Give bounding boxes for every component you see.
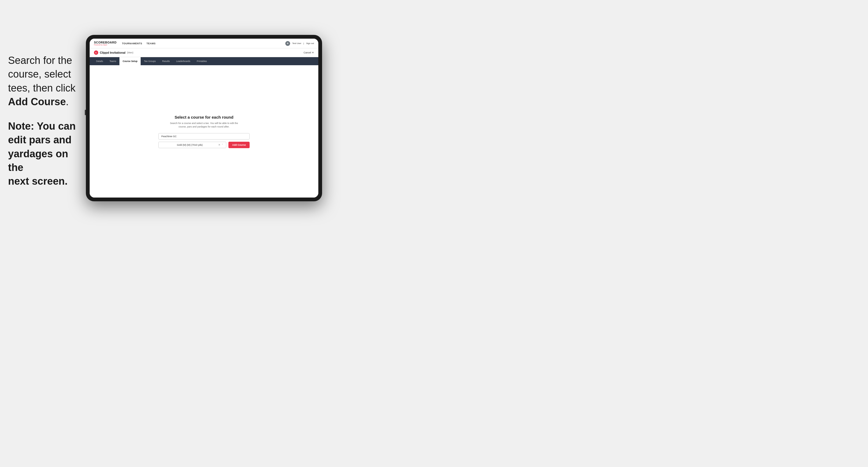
course-select-desc: Search for a course and select a tee. Yo…	[158, 122, 250, 129]
tab-tee-groups[interactable]: Tee Groups	[141, 57, 159, 65]
annotation-area: Search for the course, select tees, then…	[8, 54, 83, 188]
tee-select-controls: ✕ ⌃	[218, 144, 223, 146]
nav-separator: |	[304, 42, 304, 44]
cancel-button[interactable]: Cancel ✕	[304, 51, 314, 54]
user-avatar: B	[285, 41, 290, 46]
tab-teams[interactable]: Teams	[106, 57, 119, 65]
tee-select-wrapper[interactable]: Gold (M) (M) (7010 yds) ✕ ⌃	[158, 142, 226, 148]
add-course-button[interactable]: Add Course	[228, 142, 250, 148]
tablet-screen: SCOREBOARD Powered by clippd TOURNAMENTS…	[90, 39, 318, 197]
course-search-input[interactable]	[158, 133, 250, 139]
tab-course-setup[interactable]: Course Setup	[119, 57, 141, 65]
nav-tournaments[interactable]: TOURNAMENTS	[122, 42, 142, 45]
user-label: Test User	[292, 42, 302, 44]
annotation-text: Search for the course, select tees, then…	[8, 54, 83, 109]
tournament-header: C Clippd Invitational (Men) Cancel ✕	[90, 48, 318, 57]
tab-nav: Details Teams Course Setup Tee Groups Re…	[90, 57, 318, 65]
annotation-note: Note: You can edit pars and yardages on …	[8, 119, 83, 188]
tab-leaderboards[interactable]: Leaderboards	[173, 57, 193, 65]
tee-select-value: Gold (M) (M) (7010 yds)	[161, 144, 218, 146]
main-content: Select a course for each round Search fo…	[90, 65, 318, 197]
tab-results[interactable]: Results	[159, 57, 173, 65]
tab-details[interactable]: Details	[93, 57, 106, 65]
nav-left: SCOREBOARD Powered by clippd TOURNAMENTS…	[94, 41, 156, 45]
nav-right: B Test User | Sign out	[285, 41, 314, 46]
tournament-name: Clippd Invitational	[100, 51, 125, 54]
nav-teams[interactable]: TEAMS	[147, 42, 156, 45]
tee-select-row: Gold (M) (M) (7010 yds) ✕ ⌃ Add Course	[158, 142, 250, 148]
logo: SCOREBOARD Powered by clippd	[94, 41, 117, 45]
top-nav: SCOREBOARD Powered by clippd TOURNAMENTS…	[90, 39, 318, 48]
tournament-gender: (Men)	[127, 51, 133, 54]
tab-printables[interactable]: Printables	[193, 57, 210, 65]
course-select-title: Select a course for each round	[158, 115, 250, 119]
tournament-icon: C	[94, 51, 98, 55]
course-select-container: Select a course for each round Search fo…	[158, 115, 250, 148]
tournament-title-area: C Clippd Invitational (Men)	[94, 51, 133, 55]
tablet-frame: SCOREBOARD Powered by clippd TOURNAMENTS…	[86, 35, 322, 201]
tee-chevron-icon: ⌃	[221, 144, 223, 146]
tee-clear-button[interactable]: ✕	[218, 144, 220, 146]
signout-link[interactable]: Sign out	[306, 42, 314, 44]
nav-links: TOURNAMENTS TEAMS	[122, 42, 155, 45]
